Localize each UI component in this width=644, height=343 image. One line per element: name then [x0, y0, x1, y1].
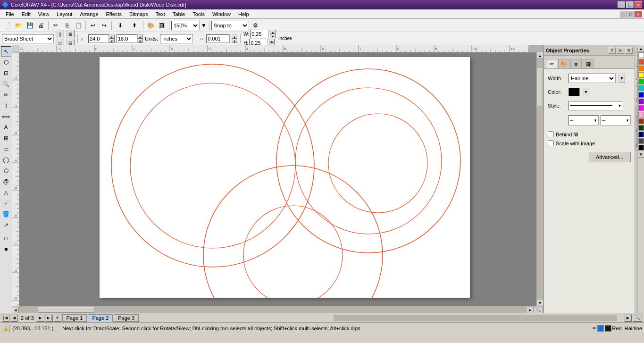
start-arrow-select[interactable]: ─ ▼ — [569, 115, 599, 125]
portrait-btn[interactable]: ▯ — [56, 30, 64, 38]
text-tool[interactable]: A — [1, 122, 11, 133]
nudge-input[interactable] — [206, 34, 230, 43]
menu-help[interactable]: Help — [234, 10, 253, 18]
vscroll-down-btn[interactable]: ▼ — [537, 300, 544, 306]
strip-navy[interactable] — [638, 132, 644, 137]
menu-view[interactable]: View — [34, 10, 53, 18]
dimensions-tool[interactable]: ⟺ — [1, 111, 11, 122]
panel-tab-fill[interactable]: 🎨 — [558, 59, 569, 68]
character-format-tab[interactable]: Character Formatting — [635, 55, 637, 106]
panel-tab-outline[interactable]: ✏ — [546, 59, 557, 68]
menu-arrange[interactable]: Arrange — [76, 10, 102, 18]
panel-pin-btn[interactable]: ⊳ — [617, 47, 624, 54]
y-spin-down[interactable]: ▼ — [137, 39, 143, 43]
zoom-select[interactable]: 150% 100% 75% 50% — [171, 21, 200, 30]
copy-button[interactable]: ⎘ — [62, 20, 72, 31]
page-size-select[interactable]: Broad Sheet — [2, 34, 54, 43]
strip-green[interactable] — [638, 79, 644, 84]
status-fill-swatch[interactable] — [597, 325, 604, 332]
polygon-tool[interactable]: ⬠ — [1, 166, 11, 176]
outline-tool[interactable]: □ — [1, 233, 11, 243]
end-arrow-select[interactable]: ─ ▼ — [601, 115, 631, 125]
units-select[interactable]: inches mm cm — [160, 34, 193, 43]
page-tab-3[interactable]: Page 3 — [114, 314, 139, 322]
strip-brown[interactable] — [638, 118, 644, 124]
page-tab-2[interactable]: Page 2 — [88, 314, 113, 322]
hscroll-end-btn[interactable]: ► — [624, 314, 632, 322]
shape-tool[interactable]: ⬡ — [1, 57, 11, 67]
print-button[interactable]: 🖨 — [36, 20, 46, 31]
new-button[interactable]: 📄 — [2, 20, 12, 31]
ellipse-tool[interactable]: ◯ — [1, 155, 11, 165]
strip-magenta[interactable] — [638, 105, 644, 111]
strip-yellow[interactable] — [638, 72, 644, 78]
blend-tool[interactable]: ↗ — [1, 220, 11, 230]
undo-button[interactable]: ↩ — [88, 20, 98, 31]
panel-close-btn[interactable]: ✕ — [625, 47, 633, 54]
strip-blue[interactable] — [638, 92, 644, 98]
h-spin-up[interactable]: ▲ — [269, 39, 275, 43]
minimize-button[interactable]: ─ — [618, 1, 625, 8]
page-next-btn[interactable]: ► — [37, 314, 44, 322]
status-outline-swatch[interactable] — [605, 325, 611, 332]
rectangle-tool[interactable]: ▭ — [1, 144, 11, 154]
zoom-tool[interactable]: 🔍 — [1, 79, 11, 89]
strip-cyan[interactable] — [638, 85, 644, 91]
cut-button[interactable]: ✂ — [50, 20, 61, 31]
menu-text[interactable]: Text — [152, 10, 169, 18]
spiral-tool[interactable]: @ — [1, 176, 11, 187]
strip-up-btn[interactable]: ▲ — [638, 45, 644, 52]
width-select[interactable]: Hairline 0.5 pt 1 pt 2 pt — [569, 74, 616, 83]
panel-help-btn[interactable]: ? — [608, 47, 616, 54]
scale-image-checkbox[interactable] — [548, 140, 554, 146]
w-spin-up[interactable]: ▲ — [270, 30, 276, 34]
menu-effects[interactable]: Effects — [102, 10, 125, 18]
x-spin-down[interactable]: ▼ — [109, 39, 115, 43]
panel-tab-extra[interactable]: ▦ — [583, 59, 594, 68]
export-button[interactable]: ⬆ — [128, 20, 141, 31]
menu-window[interactable]: Window — [209, 10, 234, 18]
paste-button[interactable]: 📋 — [73, 20, 84, 31]
menu-bitmaps[interactable]: Bitmaps — [125, 10, 152, 18]
strip-purple[interactable] — [638, 99, 644, 104]
page-last-btn[interactable]: ►| — [45, 314, 53, 322]
strip-down-btn[interactable]: ▼ — [638, 151, 644, 158]
color-button[interactable]: 🎨 — [145, 20, 156, 31]
snap-to-select[interactable]: Snap to — [211, 21, 249, 30]
menu-table[interactable]: Table — [169, 10, 189, 18]
x-input[interactable] — [88, 34, 109, 43]
menu-tools[interactable]: Tools — [189, 10, 209, 18]
save-button[interactable]: 💾 — [25, 20, 35, 31]
freehand-tool[interactable]: ✏ — [1, 90, 11, 100]
fill-tool[interactable]: 🪣 — [1, 209, 11, 219]
strip-orange[interactable] — [638, 66, 644, 71]
advanced-button[interactable]: Advanced... — [588, 152, 631, 162]
strip-pink[interactable] — [638, 112, 644, 117]
select-tool[interactable]: ↖ — [1, 46, 11, 57]
page-size-btn[interactable]: ⊞ — [66, 30, 75, 38]
inner-restore-btn[interactable]: □ — [627, 11, 635, 17]
redo-button[interactable]: ↪ — [99, 20, 109, 31]
inner-close-btn[interactable]: ✕ — [635, 11, 642, 17]
zoom-dropdown-btn[interactable]: ▼ — [201, 20, 207, 31]
basic-shapes-tool[interactable]: △ — [1, 187, 11, 198]
w-input[interactable] — [250, 30, 269, 38]
menu-edit[interactable]: Edit — [18, 10, 34, 18]
zoom-out-btn[interactable]: 🔍 — [534, 307, 543, 313]
close-button[interactable]: ✕ — [635, 1, 642, 8]
page-tab-1[interactable]: Page 1 — [62, 314, 87, 322]
behind-fill-checkbox[interactable] — [548, 131, 554, 137]
photo-button[interactable]: 🖼 — [157, 20, 167, 31]
strip-dark-gray[interactable] — [638, 138, 644, 144]
y-input[interactable] — [117, 34, 137, 43]
eyedropper-tool[interactable]: 💉 — [1, 198, 11, 209]
inner-minimize-btn[interactable]: ─ — [619, 11, 627, 17]
nudge-spin-down[interactable]: ▼ — [232, 39, 237, 43]
nudge-spin-up[interactable]: ▲ — [232, 34, 237, 39]
y-spin-up[interactable]: ▲ — [137, 34, 143, 39]
panel-tab-style[interactable]: ≡ — [570, 59, 582, 68]
smart-draw-tool[interactable]: ⌇ — [1, 100, 11, 111]
fill-color-tool[interactable]: ■ — [1, 244, 11, 254]
strip-white[interactable] — [638, 52, 644, 58]
vscroll-thumb[interactable] — [537, 68, 543, 106]
